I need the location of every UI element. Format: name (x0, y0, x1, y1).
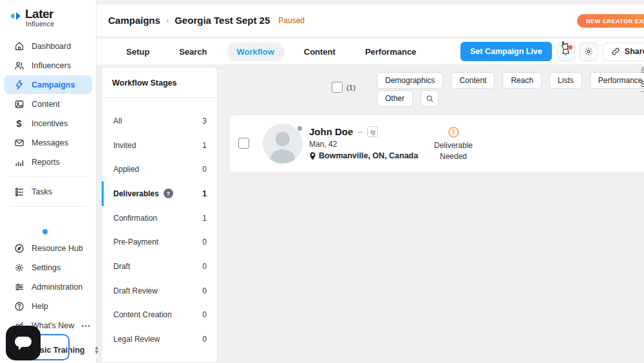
tasks-icon (14, 187, 24, 197)
stage-pre-payment[interactable]: Pre-Payment0 (102, 230, 217, 254)
sidebar-item-messages[interactable]: Messages (4, 133, 92, 152)
filter-chip-lists[interactable]: Lists (549, 72, 582, 89)
stage-draft-review[interactable]: Draft Review0 (102, 279, 217, 303)
app-logo[interactable]: Later Influence (0, 0, 96, 32)
sidebar-item-help[interactable]: Help (4, 297, 93, 315)
stage-draft[interactable]: Draft0 (102, 254, 217, 279)
filter-chip-other[interactable]: Other (377, 90, 413, 107)
sidebar-item-administration[interactable]: Administration (4, 277, 93, 296)
image-icon (14, 99, 24, 109)
sliders-icon (14, 282, 24, 292)
breadcrumb-root[interactable]: Campaigns (108, 15, 160, 26)
tab-content[interactable]: Content (294, 42, 346, 61)
sidebar-item-content[interactable]: Content (4, 95, 92, 113)
compass-icon (14, 243, 24, 254)
page-title: Georgia Test Sept 25 (175, 15, 270, 26)
chat-launcher-button[interactable] (6, 326, 41, 360)
campaign-settings-button[interactable] (580, 42, 598, 61)
filter-chip-demographics[interactable]: Demographics (377, 72, 443, 89)
sort-select[interactable]: Stage Join D... ▼ (641, 80, 644, 92)
tab-search[interactable]: Search (169, 42, 217, 61)
creator-row[interactable]: John Doe -- Ig Man, 42 Bowmanville, ON, … (229, 115, 644, 173)
workflow-stages-panel: Workflow Stages All3Invited1Applied0Deli… (101, 67, 218, 363)
stage-content-creation[interactable]: Content Creation0 (102, 303, 217, 328)
sort-value: Stage Join D... (641, 80, 644, 89)
gear-icon (584, 47, 593, 56)
status-line-2: Needed (429, 151, 478, 162)
mouse-cursor-icon (560, 41, 570, 51)
brand-name: Later (25, 8, 54, 21)
divider (102, 97, 217, 98)
selected-count: (1) (346, 84, 355, 91)
stage-all[interactable]: All3 (102, 109, 217, 133)
creator-demographic: Man, 42 (309, 140, 418, 149)
sidebar-item-incentives[interactable]: $Incentives (4, 114, 92, 133)
sidebar-item-influencers[interactable]: Influencers (4, 56, 92, 75)
filter-chip-reach[interactable]: Reach (502, 72, 542, 89)
more-icon[interactable]: ••• (81, 322, 91, 330)
chart-icon (14, 157, 24, 167)
status-line-1: Deliverable (429, 140, 478, 151)
instagram-badge-icon: Ig (367, 126, 378, 137)
sidebar-nav: DashboardInfluencersCampaignsContent$Inc… (0, 37, 96, 171)
stage-invited[interactable]: Invited1 (102, 133, 217, 158)
divider (9, 176, 87, 177)
creator-handle-separator: -- (357, 127, 363, 136)
home-icon (14, 41, 24, 51)
tab-performance[interactable]: Performance (355, 42, 426, 61)
sort-control: Sort Stage Join D... ▼ ↓ ⟳ (641, 67, 644, 92)
tab-setup[interactable]: Setup (116, 42, 160, 61)
notifications-button[interactable] (556, 42, 575, 61)
stage-count: 0 (202, 165, 207, 174)
later-logo-icon (9, 10, 22, 23)
sidebar-item-reports[interactable]: Reports (4, 153, 92, 171)
people-icon (14, 60, 24, 71)
gear-icon (14, 263, 24, 273)
search-icon (426, 95, 434, 103)
presence-dot (296, 125, 303, 132)
page-header: Campaigns › Georgia Test Sept 25 Paused … (97, 5, 644, 36)
tab-workflow[interactable]: Workflow (227, 42, 285, 61)
help-badge-icon[interactable]: ? (164, 189, 173, 198)
select-all-checkbox[interactable] (332, 82, 343, 93)
sidebar-item-tasks[interactable]: Tasks (4, 182, 92, 201)
notification-dot (43, 229, 48, 234)
main-area: Campaigns › Georgia Test Sept 25 Paused … (97, 0, 644, 363)
search-filter-button[interactable] (421, 90, 439, 107)
campaign-tabbar: SetupSearchWorkflowContentPerformance Se… (97, 39, 644, 64)
creator-checkbox[interactable] (238, 138, 249, 149)
creator-name[interactable]: John Doe (309, 126, 353, 137)
stage-count: 0 (202, 335, 207, 344)
stage-confirmation[interactable]: Confirmation1 (102, 206, 217, 230)
breadcrumb-separator: › (166, 15, 169, 25)
bolt-icon (14, 80, 24, 90)
stage-count: 0 (202, 237, 207, 247)
sidebar-item-campaigns[interactable]: Campaigns (4, 75, 92, 94)
new-creator-experience-button[interactable]: NEW CREATOR EXPERIENCE (577, 14, 644, 28)
creator-location: Bowmanville, ON, Canada (319, 151, 418, 160)
sidebar-item-dashboard[interactable]: Dashboard (4, 37, 92, 55)
filter-chip-content[interactable]: Content (451, 72, 495, 89)
sidebar: Later Influence DashboardInfluencersCamp… (0, 0, 97, 363)
deliverable-status: ! Deliverable Needed (429, 127, 478, 162)
sidebar-item-resource-hub[interactable]: Resource Hub (4, 239, 93, 257)
stage-legal-review[interactable]: Legal Review0 (102, 327, 217, 351)
stage-deliverables[interactable]: Deliverables?1 (102, 182, 217, 206)
brand-sub: Influence (26, 21, 54, 28)
stage-count: 1 (202, 189, 207, 198)
stage-count: 1 (202, 141, 207, 150)
sort-label: Sort (641, 67, 644, 74)
sidebar-item-settings[interactable]: Settings (4, 258, 93, 277)
shareable-link-button[interactable]: Shareable Link (603, 42, 644, 61)
set-campaign-live-button[interactable]: Set Campaign Live (460, 42, 552, 61)
shareable-link-label: Shareable Link (625, 47, 644, 56)
question-icon (14, 301, 24, 312)
chat-bubble-icon (14, 335, 32, 351)
envelope-icon (14, 138, 24, 148)
status-badge: Paused (278, 16, 305, 25)
stage-count: 1 (202, 214, 207, 223)
divider (9, 206, 87, 207)
chevron-updown-icon[interactable]: ▲▼ (93, 346, 99, 355)
filter-chip-performance[interactable]: Performance (590, 72, 644, 89)
stage-applied[interactable]: Applied0 (102, 157, 217, 182)
